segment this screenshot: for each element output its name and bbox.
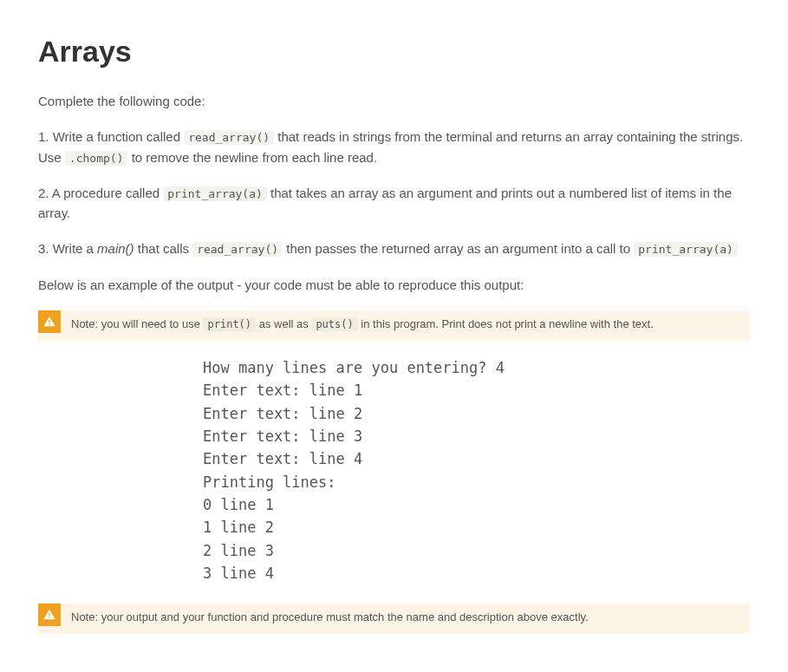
em-main: main() xyxy=(97,241,134,256)
code-print: print() xyxy=(203,317,256,331)
code-print-array: print_array(a) xyxy=(163,186,267,201)
step3-mid: then passes the returned array as an arg… xyxy=(283,241,634,256)
step1-post: to remove the newline from each line rea… xyxy=(127,150,377,165)
intro-text: Complete the following code: xyxy=(38,91,750,111)
svg-rect-2 xyxy=(49,613,49,616)
step1-pre: 1. Write a function called xyxy=(38,129,184,144)
warning-body-1: Note: you will need to use print() as we… xyxy=(61,310,664,341)
note1-t3: in this program. Print does not print a … xyxy=(358,317,654,330)
step2-pre: 2. A procedure called xyxy=(38,186,163,200)
svg-rect-1 xyxy=(49,323,49,324)
warning-callout-2: Note: your output and your function and … xyxy=(38,603,750,634)
code-read-array: read_array() xyxy=(184,130,274,145)
code-read-array-2: read_array() xyxy=(192,242,283,257)
sample-output: How many lines are you entering? 4 Enter… xyxy=(203,356,750,584)
note1-t1: Note: you will need to use xyxy=(71,317,203,330)
code-print-array-2: print_array(a) xyxy=(634,242,738,257)
warning-icon xyxy=(38,310,61,333)
step-2: 2. A procedure called print_array(a) tha… xyxy=(38,183,750,224)
svg-rect-0 xyxy=(49,320,49,323)
warning-body-2: Note: your output and your function and … xyxy=(61,603,599,634)
code-puts: puts() xyxy=(311,317,357,331)
warning-callout-1: Note: you will need to use print() as we… xyxy=(38,310,750,341)
warning-icon xyxy=(38,603,61,626)
note1-t2: as well as xyxy=(256,317,311,330)
step3-pre2: that calls xyxy=(134,241,193,256)
page-title: Arrays xyxy=(38,35,750,69)
svg-rect-3 xyxy=(49,617,49,618)
step-3: 3. Write a main() that calls read_array(… xyxy=(38,238,750,258)
step3-pre1: 3. Write a xyxy=(38,241,97,256)
step-1: 1. Write a function called read_array() … xyxy=(38,127,750,167)
example-label: Below is an example of the output - your… xyxy=(38,275,750,295)
code-chomp: .chomp() xyxy=(65,151,128,166)
